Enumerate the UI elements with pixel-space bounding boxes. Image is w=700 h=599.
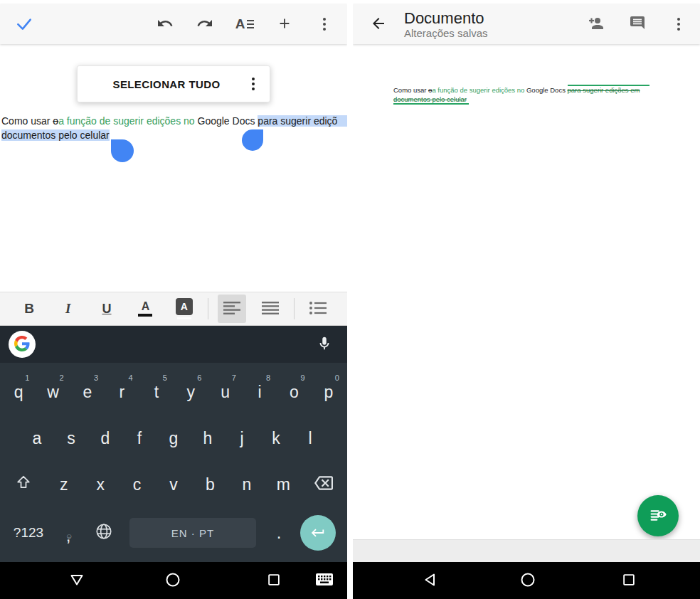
- symbols-key[interactable]: ?123: [6, 525, 51, 541]
- key-b[interactable]: b: [192, 461, 228, 508]
- key-h[interactable]: h: [191, 415, 225, 461]
- key-f[interactable]: f: [122, 415, 157, 461]
- key-a[interactable]: a: [20, 415, 54, 461]
- enter-key[interactable]: [295, 515, 341, 551]
- align-justify-button[interactable]: [256, 295, 285, 323]
- voice-input-button[interactable]: [310, 330, 339, 359]
- period-key[interactable]: .: [263, 523, 295, 543]
- key-t[interactable]: t5: [139, 369, 174, 415]
- key-s[interactable]: s: [54, 415, 88, 461]
- key-w[interactable]: w2: [36, 369, 70, 415]
- key-label: j: [240, 429, 243, 448]
- key-label: o: [290, 383, 299, 402]
- recents-nav-button[interactable]: [613, 565, 645, 596]
- key-label: e: [83, 383, 92, 402]
- key-q[interactable]: q1: [1, 369, 36, 415]
- shift-key[interactable]: [1, 461, 46, 508]
- overflow-menu-button[interactable]: [309, 9, 340, 40]
- key-n[interactable]: n: [228, 461, 265, 508]
- comma-key[interactable]: ☺ ,: [51, 526, 85, 539]
- key-y[interactable]: y6: [174, 369, 208, 415]
- edit-document-area[interactable]: SELECIONAR TUDO Como usar oa função de s…: [0, 44, 347, 292]
- align-justify-icon: [261, 300, 280, 319]
- bullet-list-button[interactable]: [304, 295, 332, 323]
- key-label: g: [169, 429, 179, 448]
- highlight-color-icon: A: [176, 298, 193, 315]
- home-nav-button[interactable]: [157, 565, 189, 596]
- text-format-button[interactable]: A: [229, 9, 260, 40]
- italic-button[interactable]: I: [53, 295, 82, 323]
- redo-icon: [196, 15, 213, 34]
- comments-button[interactable]: [622, 9, 653, 40]
- recents-nav-button[interactable]: [258, 565, 290, 596]
- key-u[interactable]: u7: [208, 369, 242, 415]
- divider: [208, 298, 208, 319]
- undo-button[interactable]: [149, 9, 181, 40]
- google-g-logo-icon: [14, 336, 30, 354]
- edit-appbar: A: [0, 4, 347, 44]
- plain-text: Como usar: [1, 115, 53, 127]
- key-x[interactable]: x: [82, 461, 118, 508]
- keyboard-icon: [315, 573, 334, 589]
- document-line-2: documentos pelo celular: [393, 95, 469, 104]
- panel-divider: [347, 0, 353, 599]
- key-o[interactable]: o9: [277, 369, 311, 415]
- bold-button[interactable]: B: [15, 295, 43, 323]
- share-add-person-button[interactable]: [580, 9, 612, 40]
- text-color-icon: A: [142, 301, 150, 312]
- enter-circle: [300, 515, 336, 551]
- selected-text: para sugerir ediçõ: [258, 115, 347, 127]
- redo-button[interactable]: [189, 9, 221, 40]
- key-number-hint: 1: [25, 373, 29, 382]
- back-nav-button[interactable]: [415, 565, 447, 596]
- plus-icon: [277, 16, 292, 33]
- keyboard-row-4: ?123 ☺ , EN · PT .: [1, 508, 346, 558]
- key-m[interactable]: m: [265, 461, 302, 508]
- right-navigation-bar: [353, 562, 700, 599]
- back-button[interactable]: [363, 9, 394, 40]
- current-text-color-swatch: [138, 314, 152, 317]
- back-triangle-icon: [423, 571, 440, 590]
- space-bar[interactable]: EN · PT: [129, 518, 256, 548]
- key-number-hint: 0: [335, 373, 339, 382]
- backspace-key[interactable]: [302, 461, 346, 508]
- selection-end-handle[interactable]: [111, 139, 134, 162]
- google-search-button[interactable]: [9, 331, 36, 358]
- align-left-button[interactable]: [218, 295, 246, 323]
- key-e[interactable]: e3: [70, 369, 105, 415]
- key-j[interactable]: j: [225, 415, 259, 461]
- keyboard-switch-button[interactable]: [309, 565, 340, 596]
- key-label: c: [133, 475, 142, 494]
- overflow-menu-icon: [323, 18, 326, 31]
- key-g[interactable]: g: [157, 415, 191, 461]
- overflow-menu-button[interactable]: [663, 9, 694, 40]
- underline-button[interactable]: U: [92, 295, 121, 323]
- docs-view-screen: Documento Alterações salvas: [353, 0, 700, 599]
- key-v[interactable]: v: [155, 461, 191, 508]
- key-k[interactable]: k: [259, 415, 293, 461]
- check-icon: [15, 14, 33, 35]
- key-label: r: [120, 383, 125, 402]
- language-switch-key[interactable]: [85, 522, 122, 544]
- home-nav-button[interactable]: [512, 565, 543, 596]
- italic-icon: I: [65, 301, 70, 317]
- undo-icon: [157, 15, 174, 34]
- key-r[interactable]: r4: [105, 369, 139, 415]
- text-color-button[interactable]: A: [131, 295, 159, 323]
- key-i[interactable]: i8: [243, 369, 277, 415]
- confirm-check-button[interactable]: [9, 9, 40, 40]
- key-c[interactable]: c: [119, 461, 155, 508]
- suggest-edits-fab[interactable]: [637, 495, 679, 536]
- back-nav-button[interactable]: [61, 565, 92, 596]
- key-z[interactable]: z: [46, 461, 82, 508]
- view-document-area[interactable]: Como usar oa função de sugerir edições n…: [353, 44, 700, 539]
- highlight-color-button[interactable]: A: [170, 295, 198, 323]
- selection-start-handle[interactable]: [242, 129, 263, 151]
- key-p[interactable]: p0: [312, 369, 346, 415]
- context-menu-more-button[interactable]: [237, 68, 270, 100]
- insert-button[interactable]: [269, 9, 300, 40]
- emoji-hint-icon: ☺: [65, 532, 73, 540]
- key-d[interactable]: d: [88, 415, 122, 461]
- key-l[interactable]: l: [293, 415, 327, 461]
- select-all-button[interactable]: SELECIONAR TUDO: [78, 66, 237, 102]
